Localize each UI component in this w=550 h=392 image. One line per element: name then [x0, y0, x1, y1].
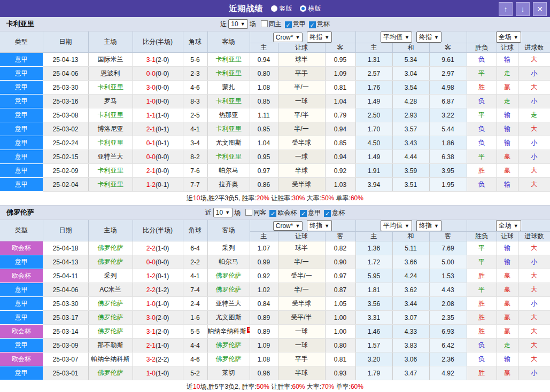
checkbox-label[interactable]: 意甲: [308, 209, 321, 216]
match-date: 25-04-18: [43, 241, 88, 255]
result-handicap: 走: [497, 339, 518, 352]
away-odds: 1.09: [325, 67, 355, 81]
radio-horizontal-layout[interactable]: 横版: [300, 4, 321, 13]
layout-radio-group: 竖版 横版: [271, 4, 321, 13]
avg-home-odds: 1.79: [355, 366, 392, 380]
away-team-badge: 1: [247, 327, 250, 333]
away-odds: 1.04: [325, 95, 355, 108]
away-odds: 0.87: [325, 283, 355, 297]
chevron-down-icon: ▼: [514, 223, 518, 229]
match-date: 25-02-09: [43, 164, 88, 178]
home-team: 博洛尼亚: [88, 122, 133, 136]
final-index-select[interactable]: 终指▼: [307, 32, 332, 43]
home-team: 佛罗伦萨: [88, 297, 133, 311]
subcol-wdl: 胜负: [467, 43, 497, 53]
score-cell: 0-0(0-0): [133, 255, 183, 269]
odds-source-select[interactable]: Crow*▼: [273, 33, 303, 42]
away-odds: 0.82: [325, 241, 355, 255]
checkbox-label[interactable]: 同主: [269, 20, 282, 28]
checkbox-label[interactable]: 意甲: [293, 20, 306, 28]
away-team: 卡利亚里: [207, 122, 250, 136]
handicap-line: 受半球: [278, 178, 325, 192]
avg-draw-odds: 4.44: [392, 150, 429, 164]
away-odds: 0.94: [325, 122, 355, 136]
checkbox-checked[interactable]: ✓: [300, 210, 307, 217]
away-odds: 0.80: [325, 339, 355, 352]
handicap-line: 半/一: [278, 81, 325, 95]
checkbox-label[interactable]: 意杯: [332, 209, 345, 216]
checkbox-checked[interactable]: ✓: [309, 21, 316, 28]
radio-unselected-icon[interactable]: [271, 5, 277, 12]
fulltime-score: 3-2: [146, 356, 156, 363]
halftime-score: (1-0): [156, 370, 169, 377]
checkbox-label[interactable]: 意杯: [317, 20, 330, 28]
table-body: 意甲25-04-13国际米兰3-1(2-0)5-6卡利亚里0.94球半0.951…: [0, 53, 550, 192]
summary-text: 近: [187, 383, 193, 390]
halftime-score: (1-2): [156, 286, 169, 294]
result-goals: 小: [518, 297, 550, 311]
col-home: 主场: [88, 220, 133, 241]
match-date: 25-03-16: [43, 95, 88, 108]
filter-prefix-label: 近: [220, 20, 227, 29]
table-row: 欧会杯25-03-14佛罗伦萨3-1(2-0)5-5帕纳辛纳科斯10.89一球1…: [0, 325, 550, 339]
result-wdl: 平: [467, 255, 497, 269]
result-handicap: 输: [497, 241, 518, 255]
final-index-select[interactable]: 终指▼: [307, 220, 332, 231]
away-odds: 1.00: [325, 325, 355, 339]
result-wdl: 平: [467, 67, 497, 81]
scope-select[interactable]: 全场▼: [496, 32, 521, 43]
match-date: 25-02-15: [43, 150, 88, 164]
result-handicap: 赢: [497, 150, 518, 164]
average-select[interactable]: 平均值▼: [381, 220, 412, 231]
checkbox-label[interactable]: 同客: [253, 209, 266, 216]
page-title: 近期战绩: [229, 4, 264, 14]
checkbox-checked[interactable]: ✓: [269, 210, 276, 217]
avg-away-odds: 1.53: [429, 269, 467, 283]
result-handicap: 走: [497, 95, 518, 108]
home-odds: 0.94: [250, 53, 278, 67]
avg-home-odds: 1.76: [355, 81, 392, 95]
away-odds: 0.90: [325, 255, 355, 269]
move-up-button[interactable]: ↑: [499, 2, 513, 16]
home-odds: 1.07: [250, 241, 278, 255]
score-cell: 2-1(0-0): [133, 164, 183, 178]
away-odds: 0.97: [325, 269, 355, 283]
fulltime-score: 1-2: [146, 272, 156, 280]
match-count-select[interactable]: 10▼: [228, 19, 247, 29]
col-corners: 角球: [183, 32, 207, 53]
radio-vertical-layout[interactable]: 竖版: [271, 4, 292, 13]
odds-source-value: Crow*: [276, 34, 293, 41]
result-wdl: 负: [467, 136, 497, 150]
avg-draw-odds: 3.83: [392, 339, 429, 352]
result-wdl: 负: [467, 352, 497, 366]
checkbox-checked[interactable]: ✓: [285, 21, 292, 28]
avg-home-odds: 1.36: [355, 241, 392, 255]
average-select[interactable]: 平均值▼: [381, 32, 412, 43]
col-away: 客场: [207, 32, 250, 53]
close-button[interactable]: ✕: [533, 2, 547, 16]
away-odds: 0.93: [325, 366, 355, 380]
checkbox-unchecked[interactable]: [245, 209, 252, 216]
radio-selected-icon[interactable]: [300, 5, 306, 12]
home-odds: 0.89: [250, 311, 278, 325]
checkbox-unchecked[interactable]: [261, 20, 268, 27]
score-cell: 1-0(1-0): [133, 366, 183, 380]
corners: 5-6: [183, 53, 207, 67]
checkbox-label[interactable]: 欧会杯: [277, 209, 297, 216]
match-count-select[interactable]: 10▼: [213, 208, 233, 217]
final-index-select-2[interactable]: 终指▼: [416, 32, 441, 43]
league-badge: 欧会杯: [0, 269, 43, 283]
checkbox-checked[interactable]: ✓: [324, 210, 331, 217]
table-row: 意甲25-02-04卡利亚里1-2(0-1)7-7拉齐奥0.86受半球1.033…: [0, 178, 550, 192]
final-index-select-2[interactable]: 终指▼: [416, 220, 441, 231]
halftime-score: (2-2): [156, 356, 169, 363]
scope-select[interactable]: 全场▼: [496, 220, 521, 231]
handicap-line: 一球: [278, 339, 325, 352]
home-odds: 0.97: [250, 164, 278, 178]
result-goals: 小: [518, 67, 550, 81]
result-wdl: 胜: [467, 164, 497, 178]
corners: 2-4: [183, 297, 207, 311]
odds-source-select[interactable]: Crow*▼: [273, 221, 303, 231]
away-team: 佛罗伦萨: [207, 352, 250, 366]
move-down-button[interactable]: ↓: [516, 2, 530, 16]
